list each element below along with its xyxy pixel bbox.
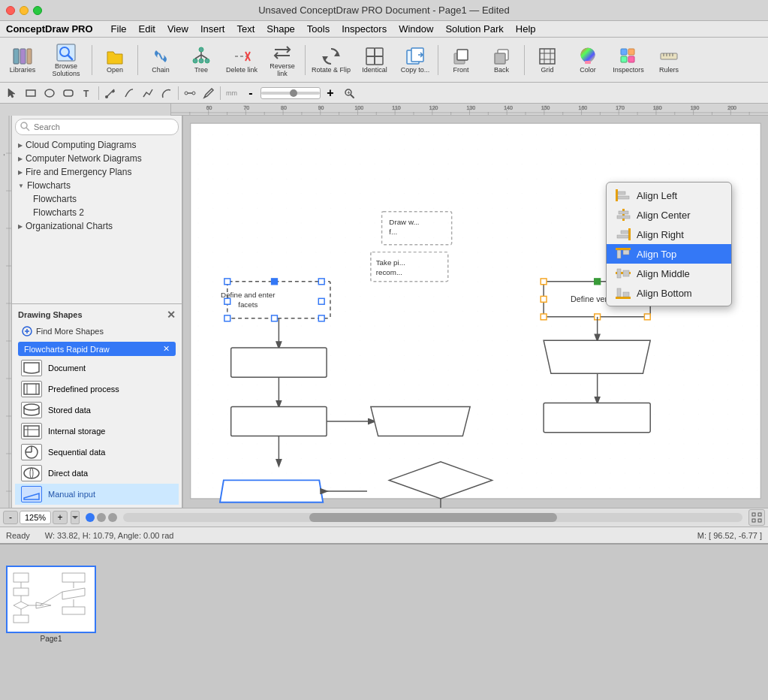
rounded-rect-tool[interactable]	[59, 84, 77, 102]
scrollbar-thumb[interactable]	[309, 513, 557, 522]
sidebar-item-flowcharts1[interactable]: Flowcharts	[12, 192, 182, 206]
identical-button[interactable]: Identical	[355, 40, 394, 80]
rotate-flip-button[interactable]: Rotate & Flip	[309, 40, 354, 80]
text-tool[interactable]: T	[78, 84, 96, 102]
find-more-shapes-button[interactable]: Find More Shapes	[15, 322, 179, 340]
back-button[interactable]: Back	[482, 40, 521, 80]
svg-rect-185	[544, 403, 650, 433]
shape-manual-input[interactable]: Manual input	[15, 484, 179, 505]
rulers-button[interactable]: Rulers	[649, 40, 688, 80]
page-dot-3[interactable]	[108, 513, 117, 522]
zoom-out-btn[interactable]: -	[244, 86, 258, 100]
canvas-svg[interactable]: Draw w... f... Take pi... recom... Defin…	[183, 116, 768, 508]
shape-internal[interactable]: Internal storage	[15, 421, 179, 442]
page-nav-dots	[86, 513, 117, 522]
menu-edit[interactable]: Edit	[133, 21, 161, 38]
pen-tool[interactable]	[200, 84, 218, 102]
shape-predefined[interactable]: Predefined process	[15, 379, 179, 400]
menu-text[interactable]: Text	[230, 21, 261, 38]
zoom-in-button[interactable]: +	[53, 511, 68, 524]
browse-solutions-button[interactable]: Browse Solutions	[44, 40, 89, 80]
maximize-button[interactable]	[33, 6, 42, 15]
zoom-out-button[interactable]: -	[3, 511, 18, 524]
rulers-icon	[658, 46, 679, 67]
horizontal-scrollbar[interactable]	[123, 513, 742, 522]
menu-inspectors[interactable]: Inspectors	[336, 21, 393, 38]
shape-document[interactable]: Document	[15, 358, 179, 379]
zoom-slider-container	[261, 87, 321, 99]
zoom-magnify-btn[interactable]: +	[340, 84, 358, 102]
canvas-area[interactable]: Draw w... f... Take pi... recom... Defin…	[183, 116, 768, 508]
page-dot-2[interactable]	[97, 513, 106, 522]
curved-line-tool[interactable]	[120, 84, 138, 102]
align-middle-option[interactable]: Align Middle	[607, 264, 731, 283]
select-tool[interactable]	[3, 84, 21, 102]
sidebar-item-cloud[interactable]: ▶ Cloud Computing Diagrams	[12, 138, 182, 152]
color-button[interactable]: Color	[568, 40, 607, 80]
toolbar2-sep-2	[178, 86, 179, 100]
smart-connect-tool[interactable]	[181, 84, 199, 102]
delete-link-button[interactable]: Delete link	[222, 40, 261, 80]
menu-window[interactable]: Window	[393, 21, 439, 38]
close-button[interactable]	[6, 6, 15, 15]
fit-page-button[interactable]	[748, 509, 765, 526]
grid-button[interactable]: Grid	[528, 40, 567, 80]
align-right-option[interactable]: Align Right	[607, 225, 731, 244]
chain-button[interactable]: Chain	[141, 40, 180, 80]
zoom-dropdown-button[interactable]	[71, 511, 80, 524]
align-center-option[interactable]: Align Center	[607, 205, 731, 225]
sidebar-item-label: Flowcharts	[27, 180, 71, 191]
align-top-option[interactable]: Align Top	[607, 244, 731, 264]
ellipse-tool[interactable]	[41, 84, 59, 102]
connection-tool[interactable]	[101, 84, 119, 102]
close-icon[interactable]: ✕	[167, 309, 176, 321]
search-input[interactable]	[15, 119, 179, 135]
identical-icon	[364, 46, 385, 67]
copy-to-button[interactable]: Copy to...	[396, 40, 435, 80]
svg-text:70: 70	[243, 105, 249, 110]
sidebar-tree: ▶ Cloud Computing Diagrams ▶ Computer Ne…	[12, 138, 182, 303]
active-set-close-icon[interactable]: ✕	[163, 344, 170, 354]
sidebar-item-flowcharts[interactable]: ▼ Flowcharts	[12, 179, 182, 192]
libraries-button[interactable]: Libraries	[3, 40, 42, 80]
shape-direct[interactable]: Direct data	[15, 463, 179, 484]
menu-solution-park[interactable]: Solution Park	[439, 21, 509, 38]
zoom-slider-thumb[interactable]	[290, 89, 297, 97]
menu-file[interactable]: File	[105, 21, 133, 38]
sidebar-item-network[interactable]: ▶ Computer Network Diagrams	[12, 152, 182, 165]
menubar: ConceptDraw PRO File Edit View Insert Te…	[0, 21, 768, 38]
align-bottom-option[interactable]: Align Bottom	[607, 283, 731, 303]
rect-tool[interactable]	[22, 84, 40, 102]
menu-view[interactable]: View	[161, 21, 194, 38]
inspectors-button[interactable]: Inspectors	[609, 40, 648, 80]
tree-button[interactable]: Tree	[182, 40, 221, 80]
menu-insert[interactable]: Insert	[194, 21, 231, 38]
reverse-link-button[interactable]: Reverse link	[263, 40, 302, 80]
polyline-tool[interactable]	[139, 84, 157, 102]
open-button[interactable]: Open	[95, 40, 134, 80]
svg-rect-201	[616, 297, 631, 299]
active-shape-set[interactable]: Flowcharts Rapid Draw ✕	[18, 342, 176, 356]
shape-preview-internal	[21, 423, 42, 439]
minimize-button[interactable]	[20, 6, 29, 15]
arc-tool[interactable]	[158, 84, 176, 102]
sidebar-item-fire[interactable]: ▶ Fire and Emergency Plans	[12, 165, 182, 179]
shape-sequential[interactable]: Sequential data	[15, 442, 179, 463]
ruler-corner	[0, 104, 171, 116]
zoom-in-btn[interactable]: +	[324, 86, 337, 100]
collapse-icon: ▶	[18, 155, 23, 162]
page-dot-1[interactable]	[86, 513, 95, 522]
menu-shape[interactable]: Shape	[261, 21, 301, 38]
ruler-row: 60 70 80 90 100 110 120 130 140 150 160 …	[0, 104, 768, 116]
menu-help[interactable]: Help	[510, 21, 542, 38]
menu-tools[interactable]: Tools	[301, 21, 336, 38]
page-preview-1[interactable]	[6, 566, 96, 633]
align-dropdown-menu[interactable]: Align Left Align Center	[606, 182, 732, 306]
sidebar-item-org[interactable]: ▶ Organizational Charts	[12, 219, 182, 233]
delete-link-label: Delete link	[226, 67, 258, 74]
sidebar-item-flowcharts2[interactable]: Flowcharts 2	[12, 206, 182, 219]
front-button[interactable]: Front	[441, 40, 480, 80]
shape-stored[interactable]: Stored data	[15, 400, 179, 421]
svg-text:160: 160	[579, 105, 588, 110]
align-left-option[interactable]: Align Left	[607, 186, 731, 205]
